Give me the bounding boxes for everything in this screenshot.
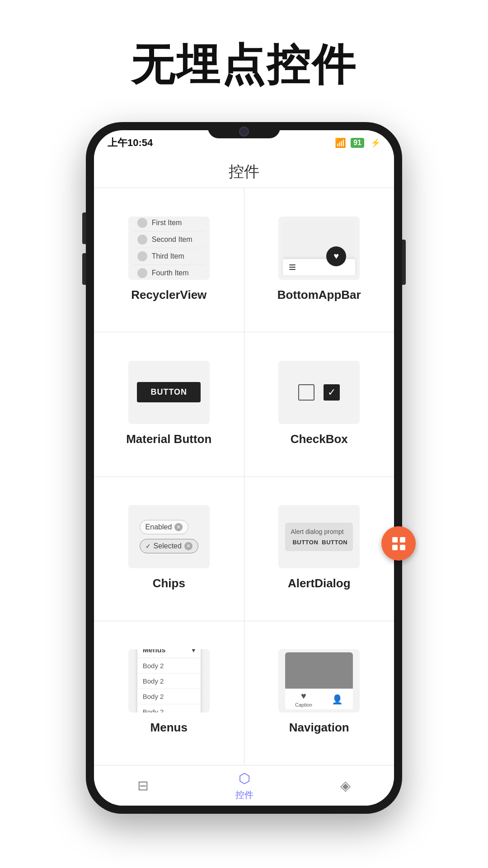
fab-button[interactable]: [381, 526, 416, 561]
cell-menus[interactable]: Menus ▾ Body 2 Body 2 Body 2 Body 2 Menu…: [94, 621, 244, 765]
material-button-label: Material Button: [126, 432, 211, 446]
chip-enabled-text: Enabled: [145, 523, 172, 531]
cell-checkbox[interactable]: ✓ CheckBox: [244, 332, 394, 476]
cell-bottom-app-bar[interactable]: ♥ BottomAppBar: [244, 188, 394, 332]
rv-item-2: Second Item: [133, 231, 205, 248]
rv-avatar-3: [137, 251, 147, 261]
menu-item-2: Body 2: [137, 674, 201, 689]
checkbox-preview: ✓: [278, 361, 360, 424]
checkbox-sample: ✓: [298, 384, 340, 401]
alert-mock: Alert dialog prompt BUTTON BUTTON: [285, 523, 353, 551]
alert-prompt: Alert dialog prompt: [291, 528, 347, 535]
phone-screen: 上午10:54 📶 91 ⚡ 控件 First It: [94, 130, 394, 806]
tab-controls[interactable]: ⬡ 控件: [235, 770, 253, 801]
chip-check-icon: ✓: [145, 542, 151, 550]
grid-icon: [392, 537, 405, 550]
battery-level: 91: [353, 139, 361, 147]
recycler-view-label: RecyclerView: [131, 288, 206, 302]
chip-enabled-close: ✕: [174, 523, 183, 531]
material-button-preview: BUTTON: [128, 361, 210, 424]
bab-fab: ♥: [326, 246, 346, 266]
navigation-mock: ♥ Caption 👤: [285, 652, 353, 709]
checkbox-unchecked: [298, 384, 314, 401]
alert-btn-1: BUTTON: [292, 539, 318, 546]
cell-chips[interactable]: Enabled ✕ ✓ Selected ✕ Chips: [94, 477, 244, 621]
menu-item-1: Body 2: [137, 658, 201, 674]
chip-selected-close: ✕: [184, 542, 192, 550]
cell-navigation[interactable]: ♥ Caption 👤 Navigation: [244, 621, 394, 765]
chip-selected-text: Selected: [154, 542, 182, 550]
app-bar: 控件: [94, 156, 394, 188]
rv-text-3: Third Item: [152, 252, 184, 260]
nav-caption-text: Caption: [295, 702, 312, 708]
bottom-navigation: ⊟ ⬡ 控件 ◈: [94, 765, 394, 806]
menu-item-4: Body 2: [137, 704, 201, 712]
chips-sample: Enabled ✕ ✓ Selected ✕: [140, 520, 198, 553]
rv-item-1: First Item: [133, 217, 205, 231]
layers-tab-icon: ◈: [340, 778, 351, 793]
widget-grid: First Item Second Item Third Item F: [94, 188, 394, 765]
wifi-icon: 📶: [335, 137, 346, 148]
side-button-left-bottom: [82, 253, 86, 285]
rv-avatar-4: [137, 268, 147, 278]
menu-header-text: Menus: [143, 649, 166, 654]
person-nav-icon: 👤: [332, 694, 343, 705]
rv-text-4: Fourth Item: [152, 269, 189, 277]
controls-tab-label: 控件: [235, 789, 253, 801]
menu-item-3: Body 2: [137, 689, 201, 704]
cell-material-button[interactable]: BUTTON Material Button: [94, 332, 244, 476]
rv-text-2: Second Item: [152, 236, 192, 244]
rv-item-3: Third Item: [133, 248, 205, 265]
bottom-app-bar-preview: ♥: [278, 217, 360, 280]
navigation-preview: ♥ Caption 👤: [278, 649, 360, 712]
recycler-view-preview: First Item Second Item Third Item F: [128, 217, 210, 280]
navigation-label: Navigation: [289, 721, 349, 735]
cell-recycler-view[interactable]: First Item Second Item Third Item F: [94, 188, 244, 332]
tab-layout[interactable]: ⊟: [137, 778, 149, 793]
chips-preview: Enabled ✕ ✓ Selected ✕: [128, 505, 210, 568]
chip-selected: ✓ Selected ✕: [140, 539, 198, 553]
bottom-app-bar-label: BottomAppBar: [277, 288, 361, 302]
battery-indicator: 91: [351, 138, 364, 148]
alert-dialog-preview: Alert dialog prompt BUTTON BUTTON: [278, 505, 360, 568]
hero-title: 无埋点控件: [131, 36, 357, 95]
alert-button-row: BUTTON BUTTON: [291, 539, 347, 546]
side-button-left-top: [82, 212, 86, 244]
phone-camera: [239, 127, 249, 137]
menus-label: Menus: [150, 721, 188, 735]
menu-header: Menus ▾: [137, 649, 201, 658]
cell-alert-dialog[interactable]: Alert dialog prompt BUTTON BUTTON AlertD…: [244, 477, 394, 621]
nav-item-heart: ♥ Caption: [295, 691, 312, 708]
bab-mock: ♥: [283, 221, 355, 275]
alert-btn-2: BUTTON: [322, 539, 347, 546]
material-button-sample: BUTTON: [137, 382, 201, 402]
nav-item-person: 👤: [332, 694, 343, 705]
menu-chevron-icon: ▾: [192, 649, 195, 654]
checkbox-label: CheckBox: [291, 432, 348, 446]
phone-frame: 上午10:54 📶 91 ⚡ 控件 First It: [86, 122, 402, 814]
charging-icon: ⚡: [371, 138, 380, 148]
layout-tab-icon: ⊟: [137, 778, 149, 793]
status-icons: 📶 91 ⚡: [335, 137, 380, 148]
rv-avatar-2: [137, 235, 147, 245]
status-time: 上午10:54: [108, 136, 153, 150]
checkbox-checked: ✓: [324, 384, 340, 401]
rv-item-4: Fourth Item: [133, 265, 205, 280]
rv-text-1: First Item: [152, 219, 182, 227]
heart-icon: ♥: [333, 251, 339, 261]
rv-list: First Item Second Item Third Item F: [133, 217, 205, 280]
chips-label: Chips: [153, 576, 185, 590]
heart-nav-icon: ♥: [301, 691, 306, 701]
nav-top-area: [285, 652, 353, 689]
hamburger-icon: [289, 264, 296, 270]
tab-layers[interactable]: ◈: [340, 778, 351, 793]
page-title: 控件: [229, 161, 259, 182]
alert-dialog-label: AlertDialog: [288, 576, 351, 590]
phone-notch: [208, 122, 280, 138]
nav-bottom-bar: ♥ Caption 👤: [285, 689, 353, 709]
menus-preview: Menus ▾ Body 2 Body 2 Body 2 Body 2: [128, 649, 210, 712]
menus-mock: Menus ▾ Body 2 Body 2 Body 2 Body 2: [137, 649, 201, 712]
controls-tab-icon: ⬡: [239, 770, 250, 786]
side-button-right: [402, 240, 406, 285]
rv-avatar-1: [137, 218, 147, 228]
